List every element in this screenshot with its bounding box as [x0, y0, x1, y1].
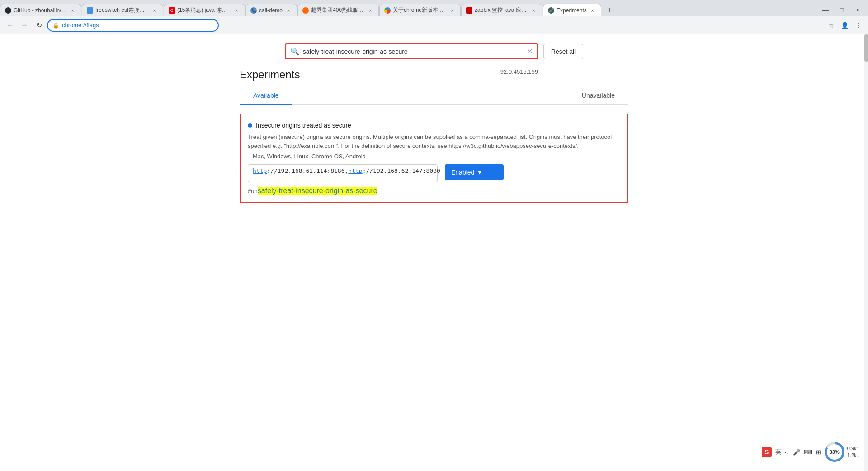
dropdown-arrow-icon: ▾	[478, 168, 481, 176]
network-upload: 0.9k↑	[847, 445, 859, 452]
search-input[interactable]	[303, 48, 523, 55]
language-indicator[interactable]: 英	[775, 448, 781, 456]
page-title: Experiments	[240, 68, 300, 81]
tab-chrome-new-label: 关于chrome新版本对web...	[393, 6, 446, 14]
tab-call-demo[interactable]: 📞 call-demo ×	[245, 4, 297, 16]
version-text: 92.0.4515.159	[500, 68, 538, 75]
tab-divider	[292, 87, 568, 104]
network-stats: 0.9k↑ 1.2k↓	[847, 445, 859, 459]
tab-experiments-label: Experiments	[557, 7, 587, 14]
tab-call-demo-close[interactable]: ×	[285, 7, 292, 14]
chrome-icon	[384, 7, 391, 14]
clear-search-icon[interactable]: ✕	[527, 47, 533, 56]
anchor-link-text[interactable]: safely-treat-insecure-origin-as-secure	[258, 187, 377, 195]
experiment-description: Treat given (insecure) origins as secure…	[248, 133, 620, 150]
tab-freeswitch-close[interactable]: ×	[151, 7, 158, 14]
keyboard-tray-icon[interactable]: ⌨	[804, 449, 812, 456]
bookmark-button[interactable]: ☆	[825, 19, 837, 32]
huiji-icon	[302, 7, 309, 14]
enabled-dropdown-button[interactable]: Enabled ▾	[445, 164, 504, 180]
tab-zabbix-close[interactable]: ×	[530, 7, 538, 14]
ime-icon[interactable]: ·↓	[785, 449, 789, 456]
experiment-title: Insecure origins treated as secure	[256, 122, 351, 129]
tabs-bar: Available Unavailable	[240, 87, 628, 105]
lock-icon: 🔒	[52, 22, 59, 29]
window-controls: — □ ×	[819, 4, 868, 16]
experiment-platforms: – Mac, Windows, Linux, Chrome OS, Androi…	[248, 153, 620, 160]
forward-button[interactable]: →	[18, 19, 31, 32]
experiment-input-container: http://192.168.61.114:8186,http://192.16…	[248, 164, 438, 182]
tab-zabbix-label: zabbix 监控 java 应用 - C...	[475, 6, 528, 14]
github-icon	[5, 7, 11, 14]
tab-available[interactable]: Available	[240, 87, 292, 105]
input-value-http2: http	[348, 167, 362, 174]
tab-experiments[interactable]: 🧪 Experiments ×	[543, 4, 601, 16]
minimize-button[interactable]: —	[819, 4, 832, 16]
tab-xiao-close[interactable]: ×	[233, 7, 240, 14]
zabbix-icon	[466, 7, 472, 14]
tab-xiao[interactable]: C (15条消息) java 连接frees... ×	[164, 4, 245, 16]
search-box: 🔍 ✕	[285, 43, 538, 59]
enabled-label: Enabled	[451, 169, 474, 176]
tab-github-close[interactable]: ×	[69, 7, 76, 14]
address-input[interactable]	[62, 22, 213, 29]
menu-button[interactable]: ⋮	[852, 19, 864, 32]
close-button[interactable]: ×	[852, 4, 864, 16]
profile-button[interactable]: 👤	[838, 19, 851, 32]
tab-xiao-label: (15条消息) java 连接frees...	[177, 6, 231, 14]
anchor-prefix: #un	[248, 188, 258, 195]
page-content: 🔍 ✕ Reset all Experiments 92.0.4515.159 …	[0, 34, 868, 471]
tab-zabbix[interactable]: zabbix 监控 java 应用 - C... ×	[461, 4, 542, 16]
search-area: 🔍 ✕ Reset all	[0, 34, 868, 64]
nav-right-controls: ☆ 👤 ⋮	[825, 19, 864, 32]
tab-freeswitch[interactable]: freeswitch esl连接账号... ×	[82, 4, 163, 16]
tab-huiji[interactable]: 越秀集团400热线服务平台 ×	[297, 4, 379, 16]
page-header: Experiments 92.0.4515.159	[240, 68, 628, 83]
scrollbar[interactable]	[864, 34, 868, 471]
experiment-header: Insecure origins treated as secure	[248, 122, 620, 129]
tab-call-demo-label: call-demo	[259, 7, 283, 14]
tab-freeswitch-label: freeswitch esl连接账号...	[95, 6, 149, 14]
scrollbar-thumb[interactable]	[864, 34, 868, 62]
mic-tray-icon[interactable]: 🎤	[793, 449, 800, 456]
search-icon: 🔍	[290, 47, 299, 56]
memory-usage-circle: 83%	[825, 442, 844, 462]
tab-github[interactable]: GitHub - zhouhailin/free... ×	[0, 4, 81, 16]
address-bar[interactable]: 🔒	[47, 19, 219, 32]
experiments-tab-icon: 🧪	[548, 7, 554, 14]
tab-huiji-label: 越秀集团400热线服务平台	[311, 6, 364, 14]
maximize-button[interactable]: □	[835, 4, 848, 16]
browser-chrome: GitHub - zhouhailin/free... × freeswitch…	[0, 0, 868, 34]
input-value-rest1: ://192.168.61.114:8186,	[267, 167, 348, 174]
phone-icon: 📞	[250, 7, 257, 14]
reload-button[interactable]: ↻	[33, 19, 45, 32]
new-tab-button[interactable]: +	[604, 4, 616, 16]
input-value-http1: http	[253, 167, 267, 174]
tab-huiji-close[interactable]: ×	[367, 7, 374, 14]
experiment-input-row: http://192.168.61.114:8186,http://192.16…	[248, 164, 620, 182]
tab-github-label: GitHub - zhouhailin/free...	[14, 7, 67, 14]
tab-chrome-new-close[interactable]: ×	[448, 7, 456, 14]
input-value-rest2: ://192.168.62.147:8080	[363, 167, 440, 174]
grid-tray-icon[interactable]: ⊞	[816, 449, 821, 456]
reset-all-button[interactable]: Reset all	[543, 44, 583, 59]
navigation-bar: ← → ↻ 🔒 ☆ 👤 ⋮	[0, 16, 868, 34]
tab-bar: GitHub - zhouhailin/free... × freeswitch…	[0, 0, 868, 16]
network-memory-area: 83% 0.9k↑ 1.2k↓	[825, 442, 859, 462]
experiments-content: Experiments 92.0.4515.159 Available Unav…	[231, 64, 637, 215]
tab-chrome-new[interactable]: 关于chrome新版本对web... ×	[379, 4, 461, 16]
tab-unavailable[interactable]: Unavailable	[568, 87, 628, 105]
anchor-container: #unsafely-treat-insecure-origin-as-secur…	[248, 187, 620, 195]
back-button[interactable]: ←	[4, 19, 16, 32]
enabled-dot	[248, 123, 252, 128]
system-tray: S 英 ·↓ 🎤 ⌨ ⊞ 83% 0.9k↑ 1.2k↓	[762, 442, 859, 462]
experiment-item: Insecure origins treated as secure Treat…	[240, 114, 628, 203]
memory-percent-label: 83%	[827, 444, 842, 460]
tab-experiments-close[interactable]: ×	[589, 7, 596, 14]
freeswitch-icon	[87, 7, 93, 14]
network-download: 1.2k↓	[847, 452, 859, 459]
csdn-icon: C	[169, 7, 175, 14]
s-app-icon[interactable]: S	[762, 447, 772, 457]
